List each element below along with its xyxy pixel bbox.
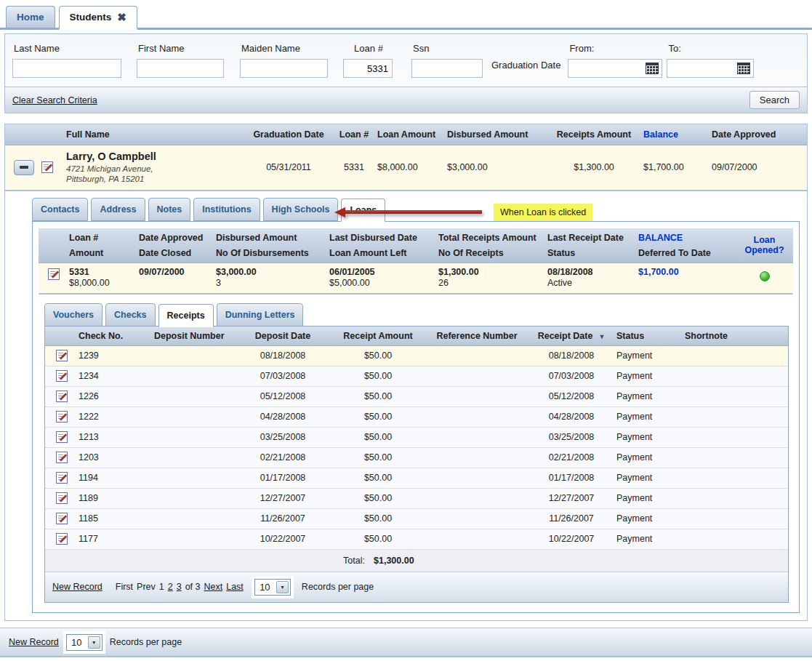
page-footer: New Record 10 ▼ Records per page <box>0 628 812 657</box>
tab-notes[interactable]: Notes <box>148 198 191 221</box>
results-container: Full Name Graduation Date Loan # Loan Am… <box>4 124 808 621</box>
current-page: 1 <box>159 582 164 592</box>
col-receipts-amount: Receipts Amount <box>544 129 643 140</box>
graduation-date-label: Graduation Date <box>491 60 560 71</box>
records-per-page-label: Records per page <box>302 582 374 592</box>
edit-receipt-icon[interactable] <box>56 411 68 422</box>
receipts-pagination: New Record First Prev 1 2 3 of 3 Next La… <box>45 572 788 602</box>
edit-receipt-icon[interactable] <box>56 533 68 545</box>
page-2-link[interactable]: 2 <box>168 582 173 592</box>
tab-institutions[interactable]: Institutions <box>193 198 260 221</box>
tab-receipts[interactable]: Receipts <box>158 304 214 327</box>
edit-receipt-icon[interactable] <box>56 390 68 402</box>
tab-contacts[interactable]: Contacts <box>32 198 88 221</box>
to-label: To: <box>668 43 754 54</box>
tab-high-schools[interactable]: High Schools <box>263 198 339 221</box>
receipt-row: 1194 01/17/2008 $50.00 01/17/2008 Paymen… <box>45 468 788 489</box>
records-per-page-label: Records per page <box>110 637 182 647</box>
tab-students[interactable]: Students ✖ <box>59 6 137 30</box>
maiden-name-input[interactable] <box>240 59 328 78</box>
col-balance[interactable]: BALANCE <box>638 233 736 243</box>
loan-opened-indicator <box>760 271 770 281</box>
loan-date-approved: 09/07/2000 <box>139 267 216 277</box>
records-per-page-select[interactable]: 10 ▼ <box>254 579 291 596</box>
col-total-receipts-amount: Total Receipts Amount <box>438 233 547 243</box>
col-loan-no: Loan # <box>331 129 377 140</box>
annotation-arrow-icon <box>334 207 482 217</box>
tab-address[interactable]: Address <box>91 198 145 221</box>
col-date-approved: Date Approved <box>712 129 793 140</box>
tab-home[interactable]: Home <box>6 6 55 28</box>
loan-table-header: Loan # Amount Date Approved Date Closed … <box>39 228 793 263</box>
loans-panel: Loan # Amount Date Approved Date Closed … <box>32 221 800 613</box>
sort-desc-icon[interactable]: ▼ <box>598 333 605 340</box>
annotation-label: When Loan is clicked <box>494 204 592 221</box>
student-address-line2: Pittsburgh, PA 15201 <box>66 174 246 184</box>
ssn-input[interactable] <box>411 59 483 78</box>
receipt-row: 1203 02/21/2008 $50.00 02/21/2008 Paymen… <box>45 448 788 468</box>
edit-student-icon[interactable] <box>41 161 53 173</box>
edit-receipt-icon[interactable] <box>56 492 68 504</box>
records-per-page-select[interactable]: 10 ▼ <box>66 634 102 651</box>
search-button[interactable]: Search <box>749 91 800 109</box>
first-name-label: First Name <box>138 43 224 54</box>
maiden-name-label: Maiden Name <box>241 43 328 54</box>
col-disbursed-amount: Disbursed Amount <box>216 233 329 243</box>
last-page-link[interactable]: Last <box>226 582 244 592</box>
loan-no-label: Loan # <box>354 43 383 54</box>
results-header: Full Name Graduation Date Loan # Loan Am… <box>5 124 807 145</box>
edit-receipt-icon[interactable] <box>56 370 68 382</box>
new-record-link[interactable]: New Record <box>52 582 102 592</box>
loan-last-disbursed-date: 06/01/2005 <box>329 267 438 277</box>
receipt-row: 1185 11/26/2007 $50.00 11/26/2007 Paymen… <box>45 509 788 529</box>
new-record-link[interactable]: New Record <box>9 637 59 647</box>
prev-page: Prev <box>137 582 156 592</box>
first-name-input[interactable] <box>137 59 224 78</box>
student-loan-no: 5331 <box>331 162 377 172</box>
col-loan-no: Loan # <box>69 233 139 243</box>
loan-row: 5331 $8,000.00 09/07/2000 $3,000.00 3 06… <box>39 263 793 295</box>
tab-vouchers[interactable]: Vouchers <box>44 303 102 327</box>
col-date-approved: Date Approved <box>139 233 216 243</box>
loan-no: 5331 <box>69 267 139 277</box>
ssn-label: Ssn <box>413 43 483 54</box>
edit-receipt-icon[interactable] <box>56 431 68 443</box>
col-loan-opened: Loan Opened? <box>736 233 793 258</box>
student-loan-amount: $8,000.00 <box>377 162 447 172</box>
receipts-total-row: Total: $1,300.00 <box>45 550 788 572</box>
last-name-input[interactable] <box>12 59 121 78</box>
receipt-row: 1222 04/28/2008 $50.00 04/28/2008 Paymen… <box>45 407 788 428</box>
edit-loan-icon[interactable] <box>48 268 60 280</box>
student-balance: $1,700.00 <box>643 162 712 172</box>
receipt-row: 1189 12/27/2007 $50.00 12/27/2007 Paymen… <box>45 489 788 509</box>
calendar-icon[interactable] <box>646 63 659 74</box>
search-panel: Last Name First Name Maiden Name Loan # … <box>4 33 808 113</box>
page-of-label: of 3 <box>185 582 201 592</box>
edit-receipt-icon[interactable] <box>56 513 68 524</box>
receipt-row: 1239 08/18/2008 $50.00 08/18/2008 Paymen… <box>45 346 788 366</box>
col-receipt-amount: Receipt Amount <box>329 331 427 341</box>
col-deposit-number: Deposit Number <box>154 331 237 341</box>
collapse-row-button[interactable] <box>14 160 34 175</box>
edit-receipt-icon[interactable] <box>56 350 68 361</box>
loan-status: Active <box>547 278 638 288</box>
edit-receipt-icon[interactable] <box>56 472 68 484</box>
calendar-icon[interactable] <box>737 63 750 74</box>
edit-receipt-icon[interactable] <box>56 452 68 463</box>
loan-total-receipts: $1,300.00 <box>438 267 547 277</box>
tab-dunning-letters[interactable]: Dunning Letters <box>217 303 304 327</box>
col-loan-amount-left: Loan Amount Left <box>329 248 438 258</box>
next-page-link[interactable]: Next <box>204 582 223 592</box>
close-icon[interactable]: ✖ <box>117 12 126 23</box>
last-name-label: Last Name <box>14 43 121 54</box>
loan-no-input[interactable] <box>343 59 393 78</box>
receipt-row: 1234 07/03/2008 $50.00 07/03/2008 Paymen… <box>45 366 788 387</box>
receipt-row: 1226 05/12/2008 $50.00 05/12/2008 Paymen… <box>45 387 788 407</box>
col-balance[interactable]: Balance <box>643 129 712 140</box>
page-3-link[interactable]: 3 <box>177 582 182 592</box>
dropdown-arrow-icon: ▼ <box>276 581 289 593</box>
loan-tab-strip: Vouchers Checks Receipts Dunning Letters <box>44 303 793 327</box>
clear-search-criteria-link[interactable]: Clear Search Criteria <box>12 95 97 105</box>
tab-checks[interactable]: Checks <box>105 303 155 327</box>
total-label: Total: <box>45 556 365 566</box>
